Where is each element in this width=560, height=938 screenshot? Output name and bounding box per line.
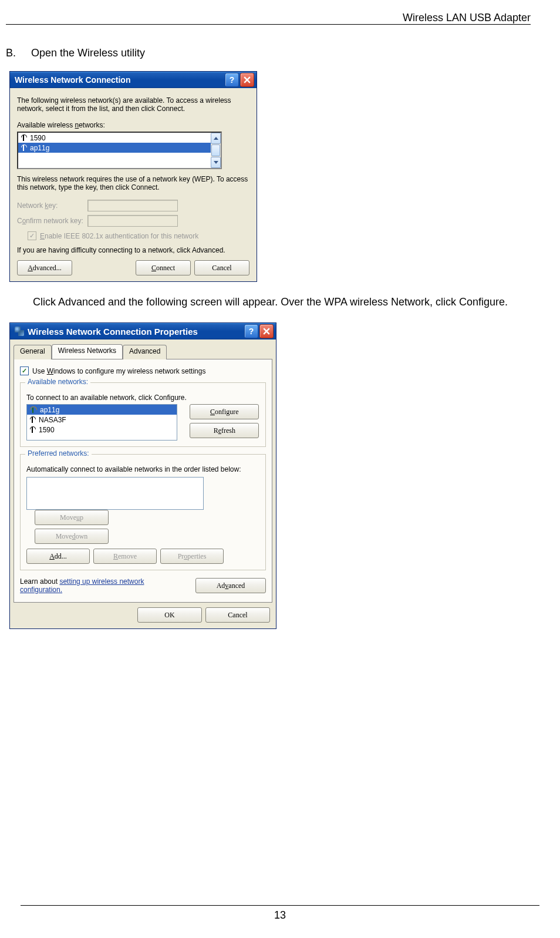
page-footer: 13 bbox=[21, 905, 539, 922]
close-icon bbox=[244, 76, 251, 83]
list-item[interactable]: 1590 bbox=[27, 425, 177, 435]
scroll-thumb[interactable] bbox=[211, 144, 220, 156]
tab-advanced[interactable]: Advanced bbox=[123, 345, 167, 359]
antenna-icon bbox=[29, 416, 35, 423]
list-item[interactable]: ap11g bbox=[27, 405, 177, 415]
network-name: ap11g bbox=[30, 144, 49, 152]
scrollbar[interactable] bbox=[211, 133, 221, 168]
learn-link[interactable]: configuration. bbox=[20, 586, 62, 594]
tab-wireless-networks[interactable]: Wireless Networks bbox=[52, 344, 123, 359]
network-key-input bbox=[87, 200, 178, 211]
page-number: 13 bbox=[274, 909, 286, 921]
available-list[interactable]: ap11g NASA3F 1590 bbox=[26, 404, 177, 441]
help-button[interactable]: ? bbox=[244, 324, 258, 338]
available-networks-list[interactable]: 1590 ap11g bbox=[17, 132, 222, 169]
preferred-desc: Automatically connect to available netwo… bbox=[26, 465, 259, 473]
list-item[interactable]: NASA3F bbox=[27, 415, 177, 425]
section-text: Open the Wireless utility bbox=[31, 47, 145, 59]
preferred-networks-group: Preferred networks: Automatically connec… bbox=[20, 454, 266, 570]
learn-link[interactable]: setting up wireless network bbox=[59, 577, 144, 586]
titlebar[interactable]: Wireless Network Connection ? bbox=[10, 72, 257, 88]
preferred-list[interactable] bbox=[26, 477, 204, 510]
confirm-key-label: Confirm network key: bbox=[17, 217, 87, 225]
wireless-properties-dialog: Wireless Network Connection Properties ?… bbox=[9, 322, 276, 629]
advanced-button[interactable]: Advanced... bbox=[17, 260, 72, 275]
antenna-icon bbox=[21, 135, 26, 142]
wep-text: This wireless network requires the use o… bbox=[17, 175, 249, 191]
close-icon bbox=[263, 328, 270, 335]
network-item[interactable]: 1590 bbox=[18, 133, 211, 143]
ieee-label: Enable IEEE 802.1x authentication for th… bbox=[40, 232, 198, 240]
network-icon bbox=[15, 327, 24, 336]
network-name: 1590 bbox=[30, 134, 46, 142]
section-heading: B. Open the Wireless utility bbox=[6, 47, 531, 59]
use-windows-checkbox[interactable]: ✓ bbox=[20, 367, 29, 375]
available-networks-label: Available wireless networks: bbox=[17, 121, 249, 129]
use-windows-label: Use Windows to configure my wireless net… bbox=[32, 367, 205, 375]
network-key-label: Network key: bbox=[17, 201, 87, 210]
available-networks-group: Available networks: To connect to an ava… bbox=[20, 382, 266, 447]
tab-strip: General Wireless Networks Advanced bbox=[10, 339, 276, 359]
wireless-connection-dialog: Wireless Network Connection ? The follow… bbox=[9, 71, 257, 282]
window-title: Wireless Network Connection bbox=[15, 75, 224, 85]
antenna-icon bbox=[21, 144, 26, 152]
help-button[interactable]: ? bbox=[225, 73, 239, 87]
net-name: 1590 bbox=[39, 426, 55, 434]
section-letter: B. bbox=[6, 47, 28, 59]
close-button[interactable] bbox=[259, 324, 274, 338]
chevron-up-icon bbox=[214, 137, 218, 140]
remove-button: Remove bbox=[93, 549, 157, 564]
page-header: Wireless LAN USB Adapter bbox=[6, 12, 531, 25]
net-name: NASA3F bbox=[39, 416, 66, 424]
group-legend: Available networks: bbox=[25, 378, 90, 386]
move-up-button: Move up bbox=[35, 510, 109, 525]
cancel-button[interactable]: Cancel bbox=[194, 260, 249, 275]
ieee-checkbox: ✓ bbox=[28, 231, 36, 240]
refresh-button[interactable]: Refresh bbox=[190, 423, 259, 438]
close-button[interactable] bbox=[240, 73, 254, 87]
learn-prefix: Learn about bbox=[20, 577, 59, 586]
instruction-text: Click Advanced and the following screen … bbox=[33, 295, 531, 310]
configure-button[interactable]: Configure bbox=[190, 404, 259, 419]
advanced-button[interactable]: Advanced bbox=[195, 578, 266, 593]
confirm-key-input bbox=[87, 215, 178, 227]
antenna-icon bbox=[29, 426, 35, 433]
add-button[interactable]: Add... bbox=[26, 549, 90, 564]
connect-button[interactable]: Connect bbox=[136, 260, 191, 275]
available-desc: To connect to an available network, clic… bbox=[26, 394, 259, 402]
network-item-selected[interactable]: ap11g bbox=[18, 143, 211, 153]
difficulty-text: If you are having difficulty connecting … bbox=[17, 246, 249, 254]
intro-text: The following wireless network(s) are av… bbox=[17, 96, 249, 113]
ok-button[interactable]: OK bbox=[137, 607, 202, 623]
move-down-button: Move down bbox=[35, 529, 109, 544]
properties-button: Properties bbox=[160, 549, 224, 564]
antenna-open-icon bbox=[29, 406, 36, 413]
scroll-down-button[interactable] bbox=[211, 157, 221, 168]
tab-panel: ✓ Use Windows to configure my wireless n… bbox=[14, 359, 272, 603]
titlebar[interactable]: Wireless Network Connection Properties ? bbox=[10, 323, 276, 339]
group-legend: Preferred networks: bbox=[25, 449, 92, 458]
net-name: ap11g bbox=[40, 406, 59, 414]
scroll-up-button[interactable] bbox=[211, 133, 221, 144]
window-title: Wireless Network Connection Properties bbox=[28, 327, 243, 337]
chevron-down-icon bbox=[214, 161, 218, 164]
learn-text: Learn about setting up wireless network … bbox=[20, 577, 144, 594]
tab-general[interactable]: General bbox=[14, 345, 52, 359]
cancel-button[interactable]: Cancel bbox=[205, 607, 270, 623]
